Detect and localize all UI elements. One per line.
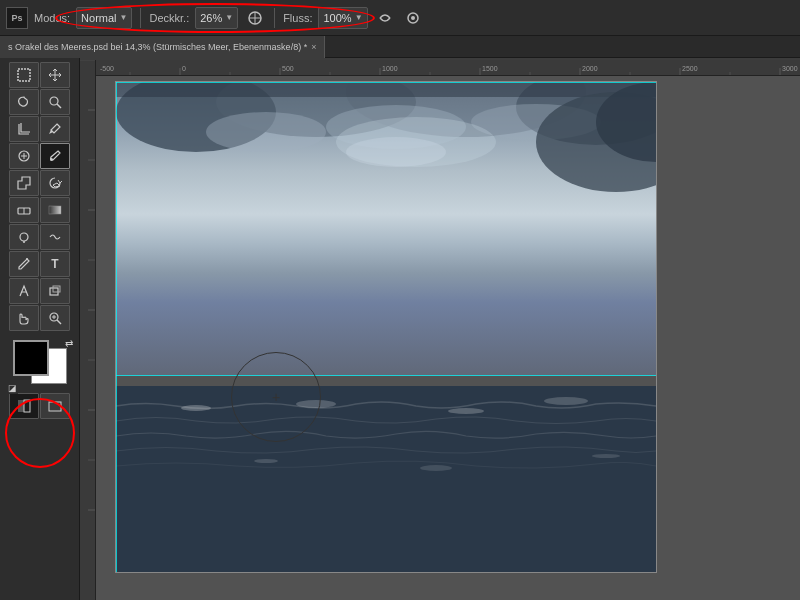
svg-rect-75 xyxy=(116,82,656,97)
tab-close-button[interactable]: × xyxy=(311,42,316,52)
tool-eyedropper[interactable] xyxy=(40,116,70,142)
canvas-area[interactable] xyxy=(96,76,800,600)
tool-path-select[interactable] xyxy=(9,278,39,304)
tool-dodge[interactable] xyxy=(9,224,39,250)
app-logo: Ps xyxy=(6,7,28,29)
svg-point-83 xyxy=(254,459,278,463)
svg-text:1000: 1000 xyxy=(382,65,398,72)
tool-heal[interactable] xyxy=(9,143,39,169)
tool-gradient[interactable] xyxy=(40,197,70,223)
tool-text[interactable]: T xyxy=(40,251,70,277)
guide-horizontal-1 xyxy=(116,82,656,83)
brush-cursor xyxy=(231,352,321,442)
default-colors-icon[interactable]: ◪ xyxy=(7,382,18,394)
tool-brush[interactable] xyxy=(40,143,70,169)
modus-dropdown[interactable]: Normal ▼ xyxy=(76,7,132,29)
tool-shape[interactable] xyxy=(40,278,70,304)
svg-text:2500: 2500 xyxy=(682,65,698,72)
tool-history-brush[interactable] xyxy=(40,170,70,196)
swap-colors-icon[interactable]: ⇄ xyxy=(65,338,73,349)
deckkraft-label: Deckkr.: xyxy=(149,12,189,24)
svg-point-84 xyxy=(420,465,452,471)
vertical-ruler xyxy=(80,60,96,600)
document-tab[interactable]: s Orakel des Meeres.psd bei 14,3% (Stürm… xyxy=(0,36,325,58)
clouds-svg xyxy=(116,82,656,376)
tool-row-2 xyxy=(9,89,70,115)
svg-text:2000: 2000 xyxy=(582,65,598,72)
svg-point-4 xyxy=(411,16,415,20)
fluss-label: Fluss: xyxy=(283,12,312,24)
svg-point-11 xyxy=(50,158,53,161)
photo-canvas xyxy=(116,82,656,572)
tool-marquee-rect[interactable] xyxy=(9,62,39,88)
tool-row-6 xyxy=(9,197,70,223)
tool-zoom[interactable] xyxy=(40,305,70,331)
svg-point-79 xyxy=(181,405,211,411)
svg-text:3000: 3000 xyxy=(782,65,798,72)
tool-row-mask xyxy=(9,393,70,419)
guide-vertical-1 xyxy=(116,82,117,572)
sea-svg xyxy=(116,386,656,572)
tab-bar: s Orakel des Meeres.psd bei 14,3% (Stürm… xyxy=(0,36,800,58)
svg-text:500: 500 xyxy=(282,65,294,72)
svg-point-81 xyxy=(448,408,484,414)
left-toolbar: T ⇄ ◪ xyxy=(0,58,80,600)
tool-quick-mask[interactable] xyxy=(9,393,39,419)
svg-line-22 xyxy=(57,320,61,324)
tool-eraser[interactable] xyxy=(9,197,39,223)
tab-title: s Orakel des Meeres.psd bei 14,3% (Stürm… xyxy=(8,42,307,52)
tool-row-3 xyxy=(9,116,70,142)
tool-row-1 xyxy=(9,62,70,88)
svg-rect-26 xyxy=(24,400,30,412)
fluss-dropdown[interactable]: 100% ▼ xyxy=(318,7,367,29)
top-toolbar: Ps Modus: Normal ▼ Deckkr.: 26% ▼ Fluss:… xyxy=(0,0,800,36)
color-swatches: ⇄ ◪ xyxy=(9,340,71,390)
svg-point-70 xyxy=(206,112,326,152)
svg-text:1500: 1500 xyxy=(482,65,498,72)
svg-point-6 xyxy=(50,97,58,105)
svg-rect-55 xyxy=(80,60,96,600)
tool-smudge[interactable] xyxy=(40,224,70,250)
svg-rect-25 xyxy=(18,400,24,412)
svg-rect-78 xyxy=(116,386,656,572)
tool-lasso[interactable] xyxy=(9,89,39,115)
svg-point-82 xyxy=(544,397,588,405)
fluss-value: 100% xyxy=(323,12,351,24)
tool-hand[interactable] xyxy=(9,305,39,331)
tool-row-10 xyxy=(9,305,70,331)
tool-row-4 xyxy=(9,143,70,169)
sky-layer xyxy=(116,82,656,376)
airbrush-button[interactable] xyxy=(244,7,266,29)
pressure-button[interactable] xyxy=(374,7,396,29)
modus-arrow-icon: ▼ xyxy=(120,13,128,22)
tool-row-7 xyxy=(9,224,70,250)
modus-label: Modus: xyxy=(34,12,70,24)
foreground-color-swatch[interactable] xyxy=(13,340,49,376)
tool-quick-select[interactable] xyxy=(40,89,70,115)
toolbar-separator-2 xyxy=(274,8,275,28)
svg-point-85 xyxy=(592,454,620,458)
svg-point-15 xyxy=(20,233,28,241)
tool-row-9 xyxy=(9,278,70,304)
tool-crop[interactable] xyxy=(9,116,39,142)
toolbar-separator-1 xyxy=(140,8,141,28)
modus-value: Normal xyxy=(81,12,116,24)
tool-row-5 xyxy=(9,170,70,196)
deckkraft-value: 26% xyxy=(200,12,222,24)
tool-clone[interactable] xyxy=(9,170,39,196)
tool-move[interactable] xyxy=(40,62,70,88)
svg-point-74 xyxy=(346,137,446,167)
svg-rect-20 xyxy=(53,286,60,292)
sea-layer xyxy=(116,386,656,572)
svg-text:-500: -500 xyxy=(100,65,114,72)
tool-screen-mode[interactable] xyxy=(40,393,70,419)
tool-pen[interactable] xyxy=(9,251,39,277)
svg-rect-14 xyxy=(49,206,61,214)
tool-row-8: T xyxy=(9,251,70,277)
fluss-arrow-icon: ▼ xyxy=(355,13,363,22)
svg-point-17 xyxy=(26,258,28,260)
deckkraft-arrow-icon: ▼ xyxy=(225,13,233,22)
deckkraft-dropdown[interactable]: 26% ▼ xyxy=(195,7,238,29)
tablet-button[interactable] xyxy=(402,7,424,29)
svg-rect-27 xyxy=(49,402,61,411)
